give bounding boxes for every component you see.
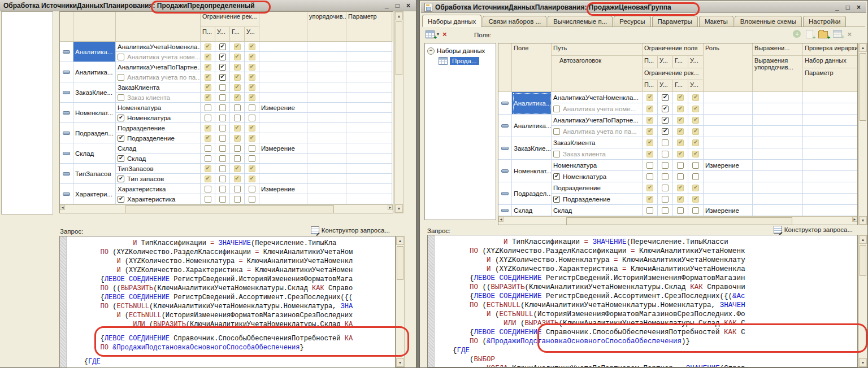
path-cell-sub[interactable]: Характеристика: [116, 194, 201, 204]
checkbox-unchecked[interactable]: [219, 165, 226, 172]
scrollbar-thumb[interactable]: [860, 53, 866, 121]
path-cell[interactable]: Характеристика: [116, 184, 201, 194]
checkbox-disabled-checked[interactable]: [249, 54, 255, 60]
extra-cell[interactable]: [346, 82, 392, 93]
restriction-cell[interactable]: [643, 148, 658, 160]
restriction-cell[interactable]: [688, 103, 704, 115]
row-grip[interactable]: [60, 62, 73, 82]
checkbox-unchecked[interactable]: [234, 115, 241, 121]
checkbox-disabled-checked[interactable]: [692, 94, 699, 101]
restriction-cell[interactable]: [215, 82, 230, 93]
restriction-cell[interactable]: [230, 123, 245, 133]
horizontal-scrollbar[interactable]: ◄ ►: [498, 216, 857, 225]
checkbox-disabled-checked[interactable]: [205, 54, 211, 60]
scroll-right-icon[interactable]: ►: [852, 217, 857, 222]
restriction-cell[interactable]: [201, 123, 215, 133]
path-cell[interactable]: АналитикаУчетаНоменкла...: [552, 92, 643, 103]
restriction-cell[interactable]: [215, 133, 230, 143]
extra-cell[interactable]: [346, 123, 392, 133]
expression-cell[interactable]: [307, 42, 346, 52]
checkbox-checked[interactable]: [219, 43, 226, 50]
checkbox-disabled-checked[interactable]: [205, 64, 211, 71]
vertical-scrollbar[interactable]: ▲ ▼: [858, 43, 867, 225]
checkbox-disabled-checked[interactable]: [646, 196, 653, 203]
checkbox-disabled-checked[interactable]: [249, 64, 255, 71]
checkbox-disabled-checked[interactable]: [677, 151, 684, 157]
checkbox-unchecked[interactable]: [692, 207, 699, 214]
path-cell[interactable]: ЗаказКлиента: [552, 137, 643, 148]
checkbox-disabled-checked[interactable]: [646, 139, 653, 146]
tree-root-datasets[interactable]: − Наборы данных: [426, 46, 494, 56]
extra-cell[interactable]: [803, 115, 858, 126]
restriction-cell[interactable]: [673, 194, 688, 205]
restriction-cell[interactable]: [673, 171, 688, 182]
query-vertical-scrollbar[interactable]: ▲ ▼: [858, 235, 867, 367]
collapse-icon[interactable]: −: [427, 47, 435, 55]
row-grip[interactable]: [60, 103, 73, 123]
checkbox-disabled-checked[interactable]: [677, 185, 684, 191]
checkbox-unchecked[interactable]: [692, 162, 699, 169]
role-cell[interactable]: [259, 113, 307, 123]
checkbox-unchecked[interactable]: [219, 145, 226, 152]
checkbox-disabled-checked[interactable]: [234, 165, 241, 172]
restriction-cell[interactable]: [215, 52, 230, 62]
restriction-cell[interactable]: [230, 93, 245, 103]
role-cell[interactable]: [704, 171, 753, 182]
checkbox-checked[interactable]: [662, 128, 669, 135]
restriction-cell[interactable]: [230, 174, 245, 184]
restriction-cell[interactable]: [230, 42, 245, 52]
restriction-cell[interactable]: [201, 103, 215, 113]
path-cell-sub[interactable]: Склад: [116, 154, 201, 164]
checkbox-disabled-checked[interactable]: [249, 176, 255, 182]
expression-cell[interactable]: [307, 123, 346, 133]
restriction-cell[interactable]: [215, 184, 230, 194]
field-cell[interactable]: Аналитика...: [73, 62, 116, 82]
checkbox-unchecked[interactable]: [205, 145, 211, 152]
restriction-cell[interactable]: [673, 92, 688, 103]
restriction-cell[interactable]: [201, 154, 215, 164]
extra-cell[interactable]: [346, 184, 392, 194]
restriction-cell[interactable]: [245, 174, 259, 184]
path-cell-sub[interactable]: Заказ клиента: [552, 148, 643, 160]
field-cell[interactable]: Подраздел...: [73, 123, 116, 143]
checkbox-unchecked[interactable]: [219, 155, 226, 162]
tree-item-dataset[interactable]: Прода...: [439, 56, 494, 66]
checkbox-unchecked[interactable]: [677, 162, 684, 169]
restriction-cell[interactable]: [245, 123, 259, 133]
extra-cell[interactable]: [803, 160, 858, 171]
extra-cell[interactable]: [803, 126, 858, 137]
checkbox-unchecked[interactable]: [118, 74, 124, 81]
checkbox-disabled-checked[interactable]: [234, 64, 241, 71]
expression-cell[interactable]: [307, 184, 346, 194]
restriction-cell[interactable]: [658, 126, 673, 137]
role-cell[interactable]: [259, 174, 307, 184]
restriction-cell[interactable]: [245, 93, 259, 103]
checkbox-disabled-checked[interactable]: [677, 196, 684, 203]
restriction-cell[interactable]: [201, 52, 215, 62]
query-builder-link[interactable]: Конструктор запроса...: [311, 226, 390, 234]
query-editor[interactable]: И ТипКлассификации = ЗНАЧЕНИЕ(Перечислен…: [59, 236, 396, 368]
role-cell[interactable]: Измерение: [259, 103, 307, 113]
tab-item[interactable]: Макеты: [699, 16, 734, 27]
extra-cell[interactable]: [803, 205, 858, 216]
scroll-up-icon[interactable]: ▲: [396, 236, 404, 245]
role-cell[interactable]: [704, 92, 753, 103]
restriction-cell[interactable]: [201, 133, 215, 143]
restriction-cell[interactable]: [245, 82, 259, 93]
restriction-cell[interactable]: [245, 52, 259, 62]
expression-cell[interactable]: [753, 205, 803, 216]
tab-item[interactable]: Ресурсы: [614, 16, 650, 27]
restriction-cell[interactable]: [230, 154, 245, 164]
restriction-cell[interactable]: [215, 164, 230, 174]
checkbox-unchecked[interactable]: [219, 196, 226, 203]
expression-cell[interactable]: [307, 52, 346, 62]
checkbox-disabled-checked[interactable]: [249, 125, 255, 132]
row-grip[interactable]: [498, 205, 512, 216]
checkbox-unchecked[interactable]: [553, 128, 560, 135]
checkbox-disabled-checked[interactable]: [646, 185, 653, 191]
restriction-cell[interactable]: [658, 182, 673, 194]
field-cell[interactable]: Аналитика...: [512, 115, 552, 137]
restriction-cell[interactable]: [643, 92, 658, 103]
restriction-cell[interactable]: [658, 148, 673, 160]
scrollbar-thumb[interactable]: [396, 21, 402, 75]
